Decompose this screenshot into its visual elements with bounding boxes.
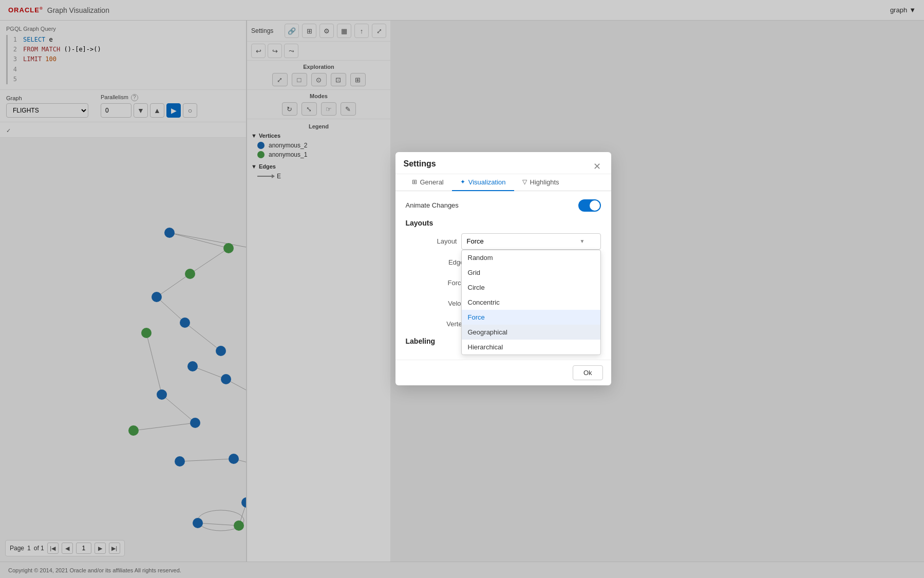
highlights-tab-label: Highlights (530, 178, 559, 186)
layout-option-circle[interactable]: Circle (462, 280, 600, 295)
modal-footer: Ok (395, 360, 611, 385)
layout-option-random[interactable]: Random (462, 250, 600, 265)
modal-title: Settings (404, 159, 436, 174)
layout-option-concentric[interactable]: Concentric (462, 295, 600, 310)
highlights-tab-icon: ▽ (522, 178, 527, 185)
layout-row: Layout Force ▼ Random Grid Circle Concen… (406, 233, 601, 250)
modal-close-button[interactable]: ✕ (591, 161, 603, 172)
animate-changes-toggle[interactable] (578, 199, 601, 212)
layout-option-force[interactable]: Force (462, 310, 600, 325)
modal-overlay: Settings ✕ ⊞ General ✦ Visualization ▽ H… (0, 0, 924, 578)
layout-chevron-icon: ▼ (580, 238, 585, 244)
general-tab-label: General (420, 178, 444, 186)
animate-changes-row: Animate Changes (406, 199, 601, 212)
layouts-section-title: Layouts (406, 219, 601, 227)
tab-general[interactable]: ⊞ General (404, 174, 452, 191)
layout-selected-value: Force (467, 237, 484, 245)
visualization-tab-label: Visualization (468, 178, 506, 186)
layout-select-button[interactable]: Force ▼ (461, 233, 601, 250)
layout-option-geographical[interactable]: Geographical (462, 325, 600, 340)
modal-header: Settings ✕ (395, 152, 611, 174)
tab-visualization[interactable]: ✦ Visualization (452, 174, 514, 191)
modal-body: Animate Changes Layouts Layout Force ▼ R… (395, 191, 611, 360)
layout-select-wrapper: Force ▼ Random Grid Circle Concentric Fo… (461, 233, 601, 250)
animate-changes-label: Animate Changes (406, 201, 459, 209)
modal-tabs: ⊞ General ✦ Visualization ▽ Highlights (395, 174, 611, 191)
layout-option-hierarchical[interactable]: Hierarchical (462, 340, 600, 355)
layout-option-grid[interactable]: Grid (462, 265, 600, 280)
layout-dropdown: Random Grid Circle Concentric Force Geog… (461, 250, 601, 355)
settings-modal: Settings ✕ ⊞ General ✦ Visualization ▽ H… (395, 152, 611, 385)
visualization-tab-icon: ✦ (460, 178, 465, 185)
layout-field-label: Layout (406, 237, 457, 245)
tab-highlights[interactable]: ▽ Highlights (514, 174, 568, 191)
ok-button[interactable]: Ok (573, 365, 603, 380)
general-tab-icon: ⊞ (412, 178, 417, 185)
